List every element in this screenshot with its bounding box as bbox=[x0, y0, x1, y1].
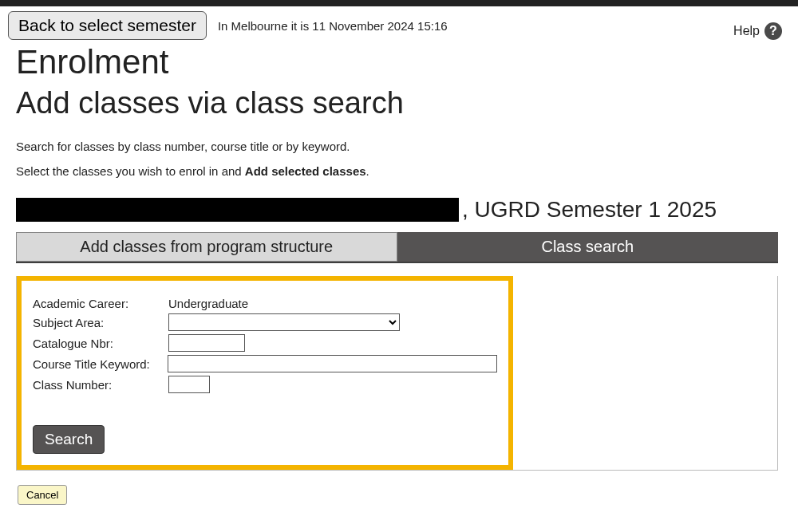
intro-line-2-post: . bbox=[366, 164, 369, 178]
back-to-select-semester-button[interactable]: Back to select semester bbox=[8, 11, 207, 39]
help-label: Help bbox=[733, 24, 760, 38]
subject-area-select[interactable] bbox=[168, 313, 400, 331]
tab-class-search[interactable]: Class search bbox=[397, 232, 779, 262]
page-title: Enrolment bbox=[16, 43, 782, 81]
cancel-button[interactable]: Cancel bbox=[18, 485, 67, 505]
top-bar bbox=[0, 0, 798, 6]
redacted-block bbox=[16, 198, 459, 222]
intro-line-2: Select the classes you wish to enrol in … bbox=[16, 164, 782, 178]
row-subject-area: Subject Area: bbox=[33, 313, 497, 331]
context-suffix: , UGRD Semester 1 2025 bbox=[462, 197, 717, 223]
class-number-input[interactable] bbox=[168, 376, 210, 393]
page-subtitle: Add classes via class search bbox=[16, 86, 782, 120]
search-button[interactable]: Search bbox=[33, 425, 105, 454]
row-course-title: Course Title Keyword: bbox=[33, 355, 497, 372]
intro-line-1: Search for classes by class number, cour… bbox=[16, 140, 782, 153]
search-panel: Academic Career: Undergraduate Subject A… bbox=[16, 276, 778, 471]
help-link[interactable]: Help ? bbox=[733, 11, 788, 40]
context-row: , UGRD Semester 1 2025 bbox=[16, 197, 782, 223]
intro-line-2-pre: Select the classes you wish to enrol in … bbox=[16, 164, 245, 178]
row-class-number: Class Number: bbox=[33, 376, 497, 393]
timestamp-text: In Melbourne it is 11 November 2024 15:1… bbox=[218, 19, 448, 33]
academic-career-value: Undergraduate bbox=[168, 297, 248, 310]
row-academic-career: Academic Career: Undergraduate bbox=[33, 297, 497, 310]
catalogue-nbr-label: Catalogue Nbr: bbox=[33, 337, 168, 350]
class-number-label: Class Number: bbox=[33, 378, 168, 392]
help-icon: ? bbox=[764, 22, 782, 40]
tab-program-structure[interactable]: Add classes from program structure bbox=[16, 232, 397, 262]
row-catalogue-nbr: Catalogue Nbr: bbox=[33, 334, 497, 352]
catalogue-nbr-input[interactable] bbox=[168, 334, 245, 352]
page-content: Enrolment Add classes via class search S… bbox=[0, 43, 798, 521]
subject-area-label: Subject Area: bbox=[33, 316, 168, 329]
course-title-label: Course Title Keyword: bbox=[33, 357, 168, 371]
header-row: Back to select semester In Melbourne it … bbox=[0, 6, 798, 40]
academic-career-label: Academic Career: bbox=[33, 297, 168, 310]
intro-line-2-bold: Add selected classes bbox=[245, 164, 366, 178]
tabs: Add classes from program structure Class… bbox=[16, 232, 778, 263]
search-form-highlight: Academic Career: Undergraduate Subject A… bbox=[17, 276, 513, 470]
course-title-input[interactable] bbox=[168, 355, 497, 372]
